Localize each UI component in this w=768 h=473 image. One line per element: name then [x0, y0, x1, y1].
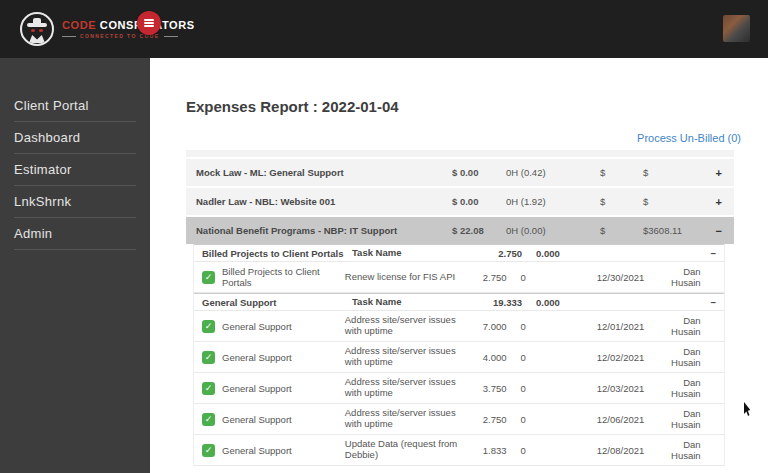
billed-amount: $ 0.00	[452, 167, 506, 178]
task-other: 0	[507, 272, 597, 283]
task-row: ✓ General Support Address site/server is…	[194, 311, 724, 342]
project-name: Nadler Law - NBL: Website 001	[196, 196, 452, 207]
total-value: $3608.11	[643, 225, 716, 236]
expand-toggle[interactable]: +	[716, 196, 722, 208]
rate-value: $	[600, 167, 643, 178]
task-description: Address site/server issues with uptime	[345, 377, 467, 399]
task-other: 0	[507, 445, 597, 456]
task-other: 0	[507, 352, 597, 363]
task-date: 12/03/2021	[597, 383, 671, 394]
project-name: National Benefit Programs - NBP: IT Supp…	[196, 225, 452, 236]
task-checkbox[interactable]: ✓	[202, 271, 215, 284]
task-group-name: General Support	[222, 383, 292, 394]
task-date: 12/06/2021	[597, 414, 671, 425]
task-person: Dan Husain	[671, 346, 705, 368]
main-content: Expenses Report : 2022-01-04 Process Un-…	[150, 58, 768, 473]
process-unbilled-link[interactable]: Process Un-Billed (0)	[637, 132, 741, 144]
user-avatar[interactable]	[723, 15, 750, 42]
task-group-name: General Support	[222, 321, 292, 332]
task-hours: 1.833	[467, 445, 507, 456]
task-hours: 7.000	[467, 321, 507, 332]
sidebar-item-lnkshrnk[interactable]: LnkShrnk	[0, 186, 150, 217]
hours-value: 0H (1.92)	[506, 196, 600, 207]
group-name: General Support	[202, 297, 352, 308]
section-gap	[186, 466, 734, 473]
clipped-row-viewport: Mark Thomas Law - MTL: Marketing $ 0.00 …	[186, 150, 734, 159]
brand-primary: CODE	[62, 19, 96, 31]
task-hours: 2.750	[467, 272, 507, 283]
task-person: Dan Husain	[671, 377, 705, 399]
task-other: 0	[507, 383, 597, 394]
collapse-toggle[interactable]: −	[716, 225, 722, 237]
task-other: 0	[507, 414, 597, 425]
task-person: Dan Husain	[671, 266, 705, 288]
project-row-expanded[interactable]: National Benefit Programs - NBP: IT Supp…	[186, 217, 734, 244]
task-group-name: Billed Projects to Client Portals	[222, 266, 345, 288]
spy-logo-icon	[20, 12, 54, 46]
task-date: 12/01/2021	[597, 321, 671, 332]
task-checkbox[interactable]: ✓	[202, 320, 215, 333]
group-hours-total: 19.333	[480, 297, 522, 308]
sidebar-item-client-portal[interactable]: Client Portal	[0, 90, 150, 121]
expenses-table: Mark Thomas Law - MTL: Marketing $ 0.00 …	[186, 150, 734, 473]
expand-toggle[interactable]: +	[716, 167, 722, 179]
sidebar-item-admin[interactable]: Admin	[0, 218, 150, 249]
task-date: 12/08/2021	[597, 445, 671, 456]
group-collapse-toggle[interactable]: −	[704, 248, 716, 259]
company-logo[interactable]: CODE CONSPIRATORS CONNECTED TO CODE	[20, 12, 195, 46]
task-row: ✓ General Support Address site/server is…	[194, 373, 724, 404]
task-date: 12/30/2021	[597, 272, 671, 283]
task-checkbox[interactable]: ✓	[202, 351, 215, 364]
task-description: Address site/server issues with uptime	[345, 315, 467, 337]
group-collapse-toggle[interactable]: −	[704, 297, 716, 308]
task-description: Address site/server issues with uptime	[345, 346, 467, 368]
task-description: Renew license for FIS API	[345, 272, 467, 283]
hamburger-menu-icon	[144, 19, 154, 27]
project-row[interactable]: Mark Thomas Law - MTL: Marketing $ 0.00 …	[186, 150, 734, 157]
page-title: Expenses Report : 2022-01-04	[186, 98, 399, 115]
task-hours: 4.000	[467, 352, 507, 363]
task-row: ✓ General Support Update Data (request f…	[194, 435, 724, 466]
rate-value: $	[600, 225, 643, 236]
task-person: Dan Husain	[671, 408, 705, 430]
task-row: ✓ General Support Address site/server is…	[194, 342, 724, 373]
billed-amount: $ 22.08	[452, 225, 506, 236]
sidebar-item-dashboard[interactable]: Dashboard	[0, 122, 150, 153]
total-value: $	[643, 167, 716, 178]
task-description: Address site/server issues with uptime	[345, 408, 467, 430]
task-date: 12/02/2021	[597, 352, 671, 363]
top-header-bar: CODE CONSPIRATORS CONNECTED TO CODE	[0, 0, 768, 58]
project-row[interactable]: Mock Law - ML: General Support $ 0.00 0H…	[186, 159, 734, 186]
project-name: Mock Law - ML: General Support	[196, 167, 452, 178]
task-checkbox[interactable]: ✓	[202, 413, 215, 426]
task-description: Update Data (request from Debbie)	[345, 439, 467, 461]
tagline-dash-left	[62, 36, 76, 37]
task-group-name: General Support	[222, 414, 292, 425]
brand-text: CODE CONSPIRATORS CONNECTED TO CODE	[62, 19, 195, 39]
hours-value: 0H (0.42)	[506, 167, 600, 178]
task-hours: 3.750	[467, 383, 507, 394]
group-name: Billed Projects to Client Portals	[202, 248, 352, 259]
total-value: $	[643, 196, 716, 207]
sidebar-toggle-button[interactable]	[137, 11, 161, 35]
task-person: Dan Husain	[671, 315, 705, 337]
task-row: ✓ General Support Address site/server is…	[194, 404, 724, 435]
sidebar-item-estimator[interactable]: Estimator	[0, 154, 150, 185]
task-checkbox[interactable]: ✓	[202, 444, 215, 457]
project-row[interactable]: Nadler Law - NBL: Website 001 $ 0.00 0H …	[186, 188, 734, 215]
tagline-dash-right	[164, 36, 178, 37]
rate-value: $	[600, 196, 643, 207]
task-column-header: Task Name	[352, 297, 480, 308]
sidebar-divider	[14, 249, 136, 250]
detail-group-header[interactable]: General Support Task Name 19.333 0.000 −	[194, 293, 724, 311]
group-hours-total: 2.750	[480, 248, 522, 259]
task-checkbox[interactable]: ✓	[202, 382, 215, 395]
task-group-name: General Support	[222, 445, 292, 456]
task-column-header: Task Name	[352, 248, 480, 259]
detail-group-header[interactable]: Billed Projects to Client Portals Task N…	[194, 244, 724, 262]
task-row: ✓ Billed Projects to Client Portals Rene…	[194, 262, 724, 293]
billed-amount: $ 0.00	[452, 196, 506, 207]
task-person: Dan Husain	[671, 439, 705, 461]
task-hours: 2.750	[467, 414, 507, 425]
sidebar-nav: Client Portal Dashboard Estimator LnkShr…	[0, 58, 150, 473]
